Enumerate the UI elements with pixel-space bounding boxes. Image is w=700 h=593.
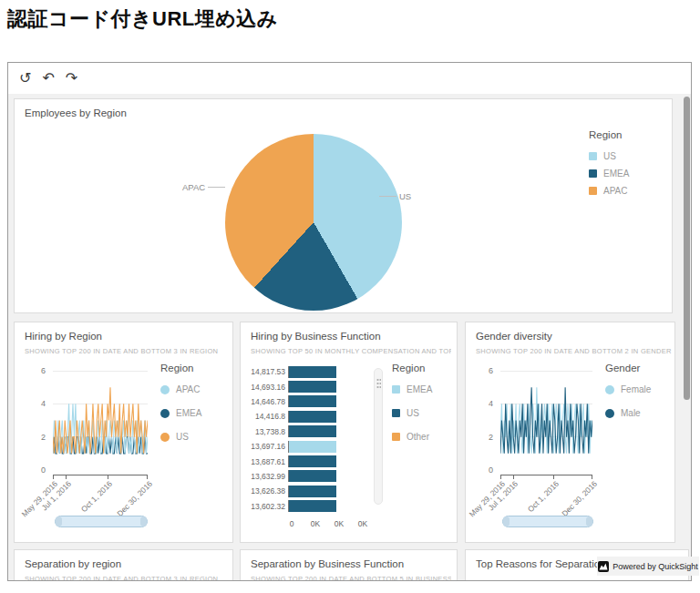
tile-subtitle: SHOWING TOP 50 IN MONTHLY COMPENSATION A…: [251, 347, 451, 355]
reset-icon[interactable]: ↺: [19, 71, 31, 86]
bar-category-label: 13,697.16: [246, 442, 288, 451]
legend-title: Region: [160, 363, 201, 373]
tile-separation-by-region: Separation by region SHOWING TOP 200 IN …: [14, 549, 233, 581]
legend-swatch: [589, 169, 597, 178]
line-chart[interactable]: [53, 371, 148, 470]
page-title: 認証コード付きURL埋め込み: [7, 5, 278, 33]
legend-label: APAC: [603, 186, 628, 196]
redo-icon[interactable]: ↷: [66, 71, 77, 86]
y-axis-labels: 6420: [475, 366, 493, 494]
line-chart[interactable]: [500, 371, 592, 470]
legend-swatch: [160, 433, 170, 442]
bar-row: 13,697.16: [246, 439, 370, 454]
legend-swatch: [589, 187, 597, 195]
bar[interactable]: [289, 425, 336, 437]
bar-category-label: 13,738.8: [246, 427, 288, 436]
bar-category-label: 14,693.16: [246, 383, 288, 392]
bar[interactable]: [289, 486, 336, 497]
dashboard-vertical-scrollbar[interactable]: [684, 97, 690, 400]
date-range-scrollbar[interactable]: [502, 516, 593, 527]
legend-swatch: [392, 433, 400, 441]
leader-line: [208, 187, 225, 188]
bar[interactable]: [289, 455, 336, 467]
tile-subtitle: SHOWING TOP 200 IN DATE AND BOTTOM 5 IN …: [251, 575, 451, 581]
bar-row: 13,602.32: [246, 499, 370, 514]
bar-row: 13,626.38: [246, 484, 370, 498]
tile-separation-by-business-function: Separation by Business Function SHOWING …: [240, 549, 458, 581]
bar[interactable]: [289, 411, 336, 423]
legend-swatch: [160, 385, 170, 394]
pane-scrollbar[interactable]: [374, 368, 383, 505]
bar-category-label: 14,416.8: [246, 412, 288, 421]
bar-category-label: 13,602.32: [246, 502, 288, 511]
bar[interactable]: [289, 366, 336, 378]
bar-category-label: 13,632.99: [246, 472, 288, 481]
legend-swatch: [605, 385, 614, 394]
legend-item-male[interactable]: Male: [605, 408, 651, 418]
legend-label: US: [603, 151, 616, 161]
legend-label: EMEA: [407, 384, 432, 394]
y-tick-label: 2: [27, 433, 46, 442]
x-axis: [500, 475, 592, 475]
bar-row: 13,738.8: [246, 424, 370, 439]
tile-employees-by-region: Employees by Region APAC US Region US EM…: [14, 98, 673, 313]
quicksight-logo-icon: [598, 561, 609, 572]
page: 認証コード付きURL埋め込み ↺ ↶ ↷ Employees by Region…: [0, 0, 700, 593]
bar-x-tick-label: 0: [290, 519, 294, 528]
powered-by-label: Powered by QuickSight: [612, 562, 698, 571]
bar[interactable]: [289, 381, 336, 393]
legend-region: Region APAC EMEA US: [160, 363, 201, 455]
legend-item-apac[interactable]: APAC: [589, 186, 629, 196]
legend-item-emea[interactable]: EMEA: [589, 169, 629, 179]
legend-item-female[interactable]: Female: [605, 384, 651, 394]
pie-callout-apac: APAC: [182, 182, 225, 192]
legend-label: Female: [621, 384, 651, 394]
bar[interactable]: [289, 470, 336, 482]
bar-row: 14,646.78: [246, 394, 370, 409]
y-tick-label: 6: [27, 366, 46, 375]
legend-title: Region: [589, 129, 629, 140]
bar[interactable]: [289, 441, 336, 453]
legend-label: US: [176, 432, 189, 442]
legend-item-emea[interactable]: EMEA: [160, 408, 201, 418]
legend-swatch: [392, 385, 400, 394]
undo-icon[interactable]: ↶: [42, 71, 54, 86]
legend-gender: Gender Female Male: [605, 363, 651, 432]
y-tick-label: 4: [475, 399, 493, 408]
bar[interactable]: [289, 500, 336, 512]
legend-item-apac[interactable]: APAC: [160, 384, 201, 394]
legend-swatch: [605, 409, 614, 418]
pie-chart[interactable]: [225, 134, 402, 311]
legend-label: EMEA: [176, 408, 201, 418]
legend-swatch: [589, 152, 597, 160]
bar-track: [288, 381, 370, 393]
bar-track: [288, 395, 370, 407]
bar-row: 14,817.53: [246, 364, 370, 379]
bar-track: [288, 500, 370, 512]
y-axis-labels: 6420: [27, 366, 46, 494]
legend-item-us[interactable]: US: [589, 151, 629, 161]
legend-item-other[interactable]: Other: [392, 432, 432, 442]
legend-region: Region US EMEA APAC: [589, 129, 629, 203]
bar-x-tick-label: 0K: [335, 519, 344, 528]
legend-item-emea[interactable]: EMEA: [392, 384, 432, 394]
y-tick-label: 2: [475, 433, 493, 442]
pie-callout-label: US: [399, 191, 411, 201]
bar-row: 14,416.8: [246, 409, 370, 424]
legend-item-us[interactable]: US: [392, 408, 432, 418]
bar[interactable]: [289, 395, 336, 407]
bar-track: [288, 366, 370, 378]
quicksight-dashboard-frame: ↺ ↶ ↷ Employees by Region APAC US Region…: [7, 62, 692, 581]
date-range-scrollbar[interactable]: [55, 516, 148, 527]
y-tick-label: 6: [475, 366, 493, 375]
tile-title: Hiring by Region: [25, 331, 102, 342]
powered-by-quicksight-badge[interactable]: Powered by QuickSight: [597, 557, 699, 576]
bar-category-label: 14,646.78: [246, 397, 288, 406]
bar-row: 14,693.16: [246, 379, 370, 394]
legend-item-us[interactable]: US: [160, 432, 201, 442]
bar-category-label: 13,626.38: [246, 486, 288, 496]
bar-track: [288, 425, 370, 437]
legend-swatch: [392, 409, 400, 417]
bar-x-tick-label: 0K: [311, 519, 320, 528]
drag-handle-icon: [376, 378, 381, 389]
